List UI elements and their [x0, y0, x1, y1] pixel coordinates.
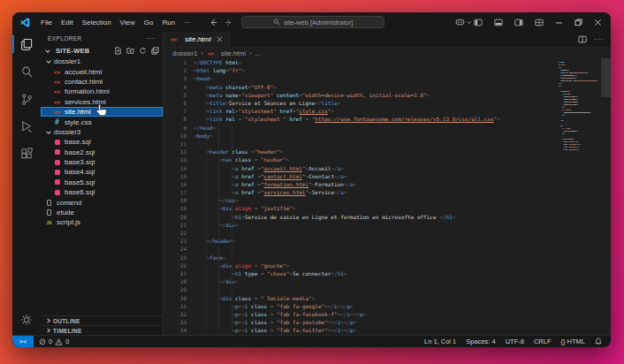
- tree-item-formation-html[interactable]: <>formation.html: [41, 87, 163, 96]
- file-label: dossier1: [54, 57, 80, 65]
- line-number: 10: [164, 133, 186, 139]
- refresh-icon[interactable]: [139, 47, 147, 55]
- layout-panel-bottom-icon[interactable]: [494, 19, 503, 27]
- notifications-bell-icon[interactable]: [595, 337, 602, 345]
- breadcrumb-item[interactable]: <>site.html: [207, 49, 246, 57]
- minimap[interactable]: [559, 61, 599, 151]
- line-number: 19: [164, 205, 186, 211]
- line-number: 22: [164, 230, 186, 236]
- indent-guide: [232, 82, 232, 330]
- command-center-search[interactable]: site-web [Administrator]: [241, 16, 384, 28]
- workspace-root-row[interactable]: SITE-WEB: [41, 45, 163, 57]
- collapse-all-icon[interactable]: [151, 47, 159, 55]
- code-line: 24: [164, 245, 611, 253]
- history-nav: [209, 19, 232, 27]
- remote-indicator[interactable]: ><: [12, 336, 34, 348]
- layout-customize-icon[interactable]: [535, 19, 544, 27]
- status-utf-8[interactable]: UTF-8: [506, 337, 524, 345]
- file-label: base3.sql: [65, 158, 95, 166]
- tree-item-script-js[interactable]: JSscript.js: [41, 217, 163, 227]
- close-tab-icon[interactable]: [217, 36, 223, 42]
- editor-actions: ···: [578, 32, 611, 47]
- close-icon[interactable]: [594, 19, 602, 27]
- settings-button[interactable]: [12, 310, 41, 330]
- code-text: <p><i class = "fab fa-google"></i></p>: [186, 303, 354, 309]
- extensions-activity-button[interactable]: [12, 144, 41, 163]
- restore-icon[interactable]: [575, 19, 582, 27]
- tree-item-accueil-html[interactable]: <>accueil.html: [41, 66, 163, 76]
- line-number: 7: [164, 108, 186, 114]
- html-file-icon: <>: [53, 109, 61, 115]
- more-actions-icon[interactable]: ···: [594, 35, 604, 43]
- remote-icon: ><: [19, 338, 27, 345]
- tree-item-base6-sql[interactable]: base6.sql: [41, 187, 163, 197]
- tree-item-base5-sql[interactable]: base5.sql: [41, 178, 163, 187]
- minimize-icon[interactable]: [555, 19, 563, 27]
- layout-panel-right-icon[interactable]: [514, 19, 523, 27]
- status-spaces-4[interactable]: Spaces: 4: [466, 337, 495, 345]
- run-debug-activity-button[interactable]: [12, 117, 41, 136]
- code-line: 11: [164, 140, 611, 148]
- breadcrumb-item[interactable]: ...: [255, 49, 261, 57]
- new-folder-icon[interactable]: [126, 47, 134, 55]
- search-activity-button[interactable]: [12, 62, 41, 81]
- forward-arrow-icon[interactable]: [224, 19, 232, 27]
- status-ln-1-col-1[interactable]: Ln 1, Col 1: [424, 337, 456, 345]
- tree-item-base3-sql[interactable]: base3.sql: [41, 157, 163, 167]
- file-icon: [45, 209, 53, 216]
- explorer-more-actions[interactable]: ···: [146, 34, 156, 42]
- status--html[interactable]: {} HTML: [560, 337, 585, 345]
- back-arrow-icon[interactable]: [209, 19, 217, 27]
- copilot-menu[interactable]: [455, 19, 472, 27]
- explorer-activity-button[interactable]: [12, 34, 41, 54]
- tree-item-contact-html[interactable]: <>contact.html: [41, 77, 163, 87]
- code-text: <meta name="viewport" content="width=dev…: [186, 92, 430, 98]
- split-editor-icon[interactable]: [578, 35, 587, 43]
- code-text: <div align = "gouche">: [186, 262, 289, 269]
- code-editor[interactable]: 1<!DOCTYPE html>2<html lang="fr">3<head>…: [164, 58, 611, 335]
- section-outline[interactable]: OUTLINE: [41, 315, 163, 325]
- problems-status[interactable]: 0 0: [39, 337, 69, 345]
- menu-selection[interactable]: Selection: [78, 17, 116, 28]
- tree-item-base4-sql[interactable]: base4.sql: [41, 167, 163, 177]
- menu-more[interactable]: ···: [179, 17, 195, 28]
- tree-item-dossier3[interactable]: dossier3: [41, 127, 163, 137]
- code-line: 10<body>: [164, 132, 611, 140]
- html-file-icon: <>: [53, 99, 61, 105]
- sidebar-sections: OUTLINETIMELINE: [41, 315, 163, 335]
- line-number: 11: [164, 140, 186, 147]
- status-crlf[interactable]: CRLF: [534, 337, 552, 345]
- tree-item-base-sql[interactable]: base.sql: [41, 137, 163, 147]
- menu-go[interactable]: Go: [140, 17, 158, 28]
- section-timeline[interactable]: TIMELINE: [41, 325, 163, 335]
- breadcrumb-label: ...: [255, 49, 261, 57]
- tree-item-etude[interactable]: etude: [41, 208, 163, 217]
- file-label: dossier3: [54, 128, 80, 136]
- code-line: 23 </header>: [164, 237, 611, 245]
- new-file-icon[interactable]: [114, 47, 122, 55]
- tree-item-dossier1[interactable]: dossier1: [41, 57, 163, 66]
- editor-scrollbar[interactable]: [601, 58, 611, 97]
- menu-edit[interactable]: Edit: [57, 17, 78, 28]
- explorer-header: EXPLORER ···: [41, 32, 163, 45]
- code-text: <h1 type = "chose">Se connecter</h1>: [186, 270, 346, 277]
- title-bar: FileEditSelectionViewGoRun··· site-web […: [12, 12, 611, 32]
- breadcrumb-item[interactable]: dossier1: [172, 49, 197, 57]
- tab-site-html[interactable]: <> site.html: [164, 32, 230, 47]
- menu-file[interactable]: File: [36, 17, 57, 28]
- line-number: 29: [164, 286, 186, 292]
- code-line: 14 <a href ="accueil.html">Accueil</a>: [164, 163, 611, 171]
- window-controls: [474, 19, 605, 27]
- layout-panel-left-icon[interactable]: [474, 19, 483, 27]
- warning-count: 0: [65, 337, 69, 345]
- tree-item-comend[interactable]: comend: [41, 197, 163, 207]
- menu-run[interactable]: Run: [157, 17, 179, 28]
- source-control-activity-button[interactable]: [12, 89, 41, 109]
- menu-view[interactable]: View: [116, 17, 140, 28]
- breadcrumb-label: dossier1: [172, 49, 197, 57]
- chevron-down-icon: [45, 48, 50, 53]
- line-number: 33: [164, 319, 186, 325]
- tree-item-base2-sql[interactable]: base2.sql: [41, 148, 163, 157]
- code-text: </div>: [186, 278, 239, 284]
- tree-item-style-css[interactable]: #style.css: [41, 117, 163, 126]
